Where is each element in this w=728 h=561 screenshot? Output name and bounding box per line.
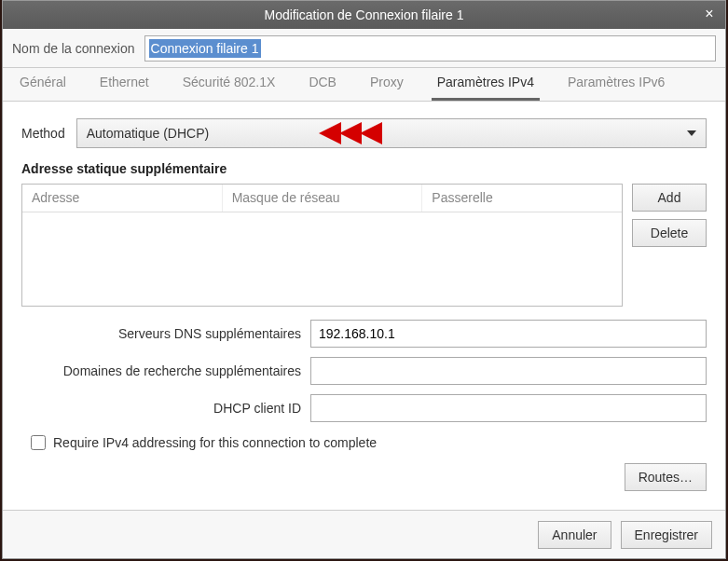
search-domains-input[interactable] [310, 357, 707, 385]
connection-name-value: Connexion filaire 1 [149, 39, 261, 58]
titlebar: Modification de Connexion filaire 1 × [3, 1, 725, 29]
tab-ipv6[interactable]: Paramètres IPv6 [562, 67, 670, 101]
col-netmask: Masque de réseau [223, 185, 423, 212]
extra-fields: Serveurs DNS supplémentaires Domaines de… [21, 320, 707, 422]
tab-dcb[interactable]: DCB [303, 67, 342, 101]
static-address-title: Adresse statique supplémentaire [21, 161, 707, 176]
svg-marker-0 [319, 122, 341, 144]
connection-name-input[interactable]: Connexion filaire 1 [144, 35, 716, 62]
tab-security[interactable]: Sécurité 802.1X [177, 67, 282, 101]
address-table-header: Adresse Masque de réseau Passerelle [22, 185, 622, 212]
method-row: Method Automatique (DHCP) [21, 118, 707, 148]
tab-proxy[interactable]: Proxy [364, 67, 409, 101]
dns-label: Serveurs DNS supplémentaires [21, 326, 301, 341]
tab-bar: Général Ethernet Sécurité 802.1X DCB Pro… [3, 68, 725, 102]
dialog-footer: Annuler Enregistrer [3, 510, 725, 558]
dialog-window: Modification de Connexion filaire 1 × No… [2, 0, 726, 559]
require-ipv4-row: Require IPv4 addressing for this connect… [21, 435, 707, 450]
content-area: Method Automatique (DHCP) Adresse statiq… [3, 102, 725, 510]
require-ipv4-label: Require IPv4 addressing for this connect… [53, 435, 377, 450]
delete-button[interactable]: Delete [632, 219, 707, 247]
annotation-arrows [319, 118, 391, 148]
dhcp-client-id-label: DHCP client ID [21, 401, 301, 416]
chevron-down-icon [687, 130, 696, 136]
static-address-section: Adresse statique supplémentaire Adresse … [21, 161, 707, 307]
method-select[interactable]: Automatique (DHCP) [76, 118, 707, 148]
address-table[interactable]: Adresse Masque de réseau Passerelle [21, 184, 623, 307]
close-icon[interactable]: × [701, 7, 718, 23]
svg-marker-1 [339, 122, 362, 144]
cancel-button[interactable]: Annuler [538, 521, 611, 549]
method-label: Method [21, 126, 65, 141]
col-address: Adresse [22, 185, 223, 212]
tab-general[interactable]: Général [14, 67, 72, 101]
method-value: Automatique (DHCP) [87, 126, 210, 141]
col-gateway: Passerelle [422, 185, 622, 212]
tab-ipv4[interactable]: Paramètres IPv4 [432, 67, 540, 101]
connection-name-bar: Nom de la connexion Connexion filaire 1 [3, 29, 725, 68]
add-button[interactable]: Add [632, 184, 707, 212]
search-domains-label: Domaines de recherche supplémentaires [21, 363, 301, 378]
dhcp-client-id-input[interactable] [310, 394, 707, 422]
routes-row: Routes… [21, 463, 707, 491]
svg-marker-2 [360, 122, 382, 144]
address-buttons: Add Delete [632, 184, 707, 307]
dns-input[interactable] [310, 320, 707, 348]
routes-button[interactable]: Routes… [625, 463, 707, 491]
window-title: Modification de Connexion filaire 1 [264, 7, 463, 22]
require-ipv4-checkbox[interactable] [31, 435, 46, 450]
save-button[interactable]: Enregistrer [621, 521, 712, 549]
connection-name-label: Nom de la connexion [12, 41, 135, 56]
tab-ethernet[interactable]: Ethernet [94, 67, 155, 101]
